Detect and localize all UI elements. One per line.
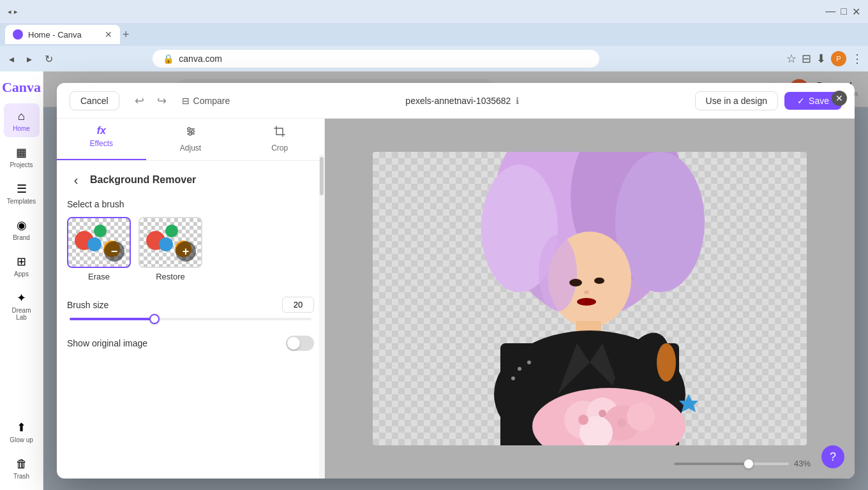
back-header: ‹ Background Remover bbox=[67, 171, 314, 189]
svg-point-31 bbox=[627, 403, 655, 431]
download-icon[interactable]: ⬇ bbox=[816, 52, 826, 66]
scroll-track bbox=[319, 154, 324, 479]
app-area: Canva ⌂ Home ▦ Projects ☰ Templates ◉ Br… bbox=[0, 71, 868, 490]
active-tab[interactable]: Home - Canva ✕ bbox=[5, 25, 120, 44]
svg-point-16 bbox=[577, 298, 596, 306]
sidebar-item-trash[interactable]: 🗑 Trash bbox=[4, 451, 40, 485]
tab-close-icon[interactable]: ✕ bbox=[105, 29, 112, 40]
modal-overlay: Cancel ↩ ↪ ⊟ Compare pexels-annetnavi-10… bbox=[43, 71, 868, 490]
sidebar-label-templates: Templates bbox=[7, 198, 36, 205]
show-original-toggle[interactable] bbox=[286, 336, 314, 351]
profile-icon[interactable]: P bbox=[831, 51, 846, 66]
zoom-percent-label: 43% bbox=[794, 459, 816, 468]
brand-icon: ◉ bbox=[14, 218, 29, 233]
erase-brush-option[interactable]: − Erase bbox=[67, 217, 131, 281]
tab-title: Home - Canva bbox=[28, 30, 82, 40]
undo-button[interactable]: ↩ bbox=[130, 91, 149, 110]
toggle-thumb bbox=[287, 337, 300, 350]
sidebar-item-brand[interactable]: ◉ Brand bbox=[4, 212, 40, 246]
restore-brush-option[interactable]: + Restore bbox=[138, 217, 202, 281]
compare-button[interactable]: ⊟ Compare bbox=[182, 96, 230, 106]
svg-point-12 bbox=[539, 235, 577, 311]
sidebar-label-trash: Trash bbox=[13, 473, 29, 480]
url-text: canva.com bbox=[179, 54, 222, 64]
left-panel: fx Effects bbox=[57, 119, 325, 479]
header-right-buttons: Use in a design ✓ Save bbox=[695, 91, 842, 110]
canvas-area: 43% ? bbox=[325, 119, 855, 479]
sidebar-label-home: Home bbox=[13, 125, 30, 132]
projects-icon: ▦ bbox=[14, 145, 29, 160]
sidebar-label-glowup: Glow up bbox=[10, 436, 33, 443]
bookmark-icon[interactable]: ☆ bbox=[786, 52, 797, 66]
modal-header: Cancel ↩ ↪ ⊟ Compare pexels-annetnavi-10… bbox=[57, 83, 855, 119]
tab-crop[interactable]: Crop bbox=[235, 119, 324, 160]
canva-sidebar: Canva ⌂ Home ▦ Projects ☰ Templates ◉ Br… bbox=[0, 71, 43, 490]
svg-point-4 bbox=[191, 130, 194, 133]
templates-icon: ☰ bbox=[14, 181, 29, 197]
slider-thumb[interactable] bbox=[149, 314, 160, 324]
dreamlab-icon: ✦ bbox=[14, 290, 29, 306]
save-checkmark-icon: ✓ bbox=[797, 96, 805, 106]
zoom-slider[interactable] bbox=[674, 463, 789, 465]
home-icon: ⌂ bbox=[14, 108, 29, 124]
close-window-button[interactable]: ✕ bbox=[852, 6, 860, 18]
scroll-thumb[interactable] bbox=[320, 157, 324, 195]
crop-tab-icon bbox=[273, 125, 286, 141]
modal-close-button[interactable]: ✕ bbox=[832, 91, 847, 106]
brush-size-label: Brush size bbox=[67, 300, 108, 310]
address-bar-right: ☆ ⊟ ⬇ P ⋮ bbox=[786, 51, 863, 66]
trash-icon: 🗑 bbox=[14, 456, 29, 471]
sidebar-item-templates[interactable]: ☰ Templates bbox=[4, 176, 40, 210]
lock-icon: 🔒 bbox=[163, 54, 174, 64]
apps-icon: ⊞ bbox=[14, 254, 29, 269]
svg-point-22 bbox=[518, 367, 521, 371]
address-input[interactable]: 🔒 canva.com bbox=[153, 50, 599, 68]
forward-nav-button[interactable]: ▸ bbox=[23, 50, 36, 68]
svg-point-3 bbox=[188, 128, 190, 130]
extensions-icon[interactable]: ⊟ bbox=[802, 52, 811, 66]
panel-title: Background Remover bbox=[90, 174, 196, 186]
menu-icon[interactable]: ⋮ bbox=[851, 52, 863, 66]
logo: Canva bbox=[2, 79, 41, 96]
sidebar-item-apps[interactable]: ⊞ Apps bbox=[4, 249, 40, 283]
restore-icon: + bbox=[176, 241, 196, 262]
back-button[interactable]: ‹ bbox=[67, 171, 85, 189]
restore-label: Restore bbox=[156, 272, 185, 281]
panel-content: ‹ Background Remover Select a brush bbox=[57, 161, 324, 479]
glowup-icon: ⬆ bbox=[14, 420, 29, 435]
sidebar-item-projects[interactable]: ▦ Projects bbox=[4, 140, 40, 174]
modal: Cancel ↩ ↪ ⊟ Compare pexels-annetnavi-10… bbox=[57, 83, 855, 479]
compare-icon: ⊟ bbox=[182, 96, 190, 106]
brush-grid: − Erase bbox=[67, 217, 314, 281]
redo-button[interactable]: ↪ bbox=[152, 91, 172, 110]
back-nav-button[interactable]: ◂ bbox=[5, 50, 18, 68]
minimize-button[interactable]: — bbox=[825, 6, 835, 18]
canvas-content bbox=[373, 152, 807, 445]
tab-favicon bbox=[13, 29, 23, 40]
maximize-button[interactable]: □ bbox=[841, 6, 847, 18]
title-bar-controls[interactable]: — □ ✕ bbox=[825, 6, 860, 18]
reload-button[interactable]: ↻ bbox=[41, 50, 57, 68]
file-name: pexels-annetnavi-1035682 bbox=[405, 96, 511, 106]
tab-adjust[interactable]: Adjust bbox=[146, 119, 236, 160]
svg-point-23 bbox=[527, 360, 531, 364]
sidebar-item-dreamlab[interactable]: ✦ Dream Lab bbox=[4, 285, 40, 326]
cancel-button[interactable]: Cancel bbox=[70, 91, 119, 110]
sidebar-label-projects: Projects bbox=[10, 161, 33, 168]
slider-fill bbox=[70, 318, 154, 320]
brush-size-input[interactable] bbox=[282, 297, 314, 313]
new-tab-button[interactable]: + bbox=[123, 28, 130, 41]
tab-effects[interactable]: fx Effects bbox=[57, 119, 146, 160]
info-icon[interactable]: ℹ bbox=[516, 96, 519, 106]
help-button[interactable]: ? bbox=[821, 445, 844, 468]
use-in-design-button[interactable]: Use in a design bbox=[695, 91, 779, 110]
address-bar: ◂ ▸ ↻ 🔒 canva.com ☆ ⊟ ⬇ P ⋮ bbox=[0, 46, 868, 71]
sidebar-item-glowup[interactable]: ⬆ Glow up bbox=[4, 415, 40, 449]
svg-point-34 bbox=[599, 410, 606, 417]
sidebar-label-dreamlab: Dream Lab bbox=[6, 307, 37, 321]
toggle-row: Show original image bbox=[67, 336, 314, 351]
svg-point-14 bbox=[594, 278, 604, 284]
slider-container bbox=[67, 318, 314, 320]
history-buttons: ↩ ↪ bbox=[130, 91, 172, 110]
sidebar-item-home[interactable]: ⌂ Home bbox=[4, 103, 40, 137]
